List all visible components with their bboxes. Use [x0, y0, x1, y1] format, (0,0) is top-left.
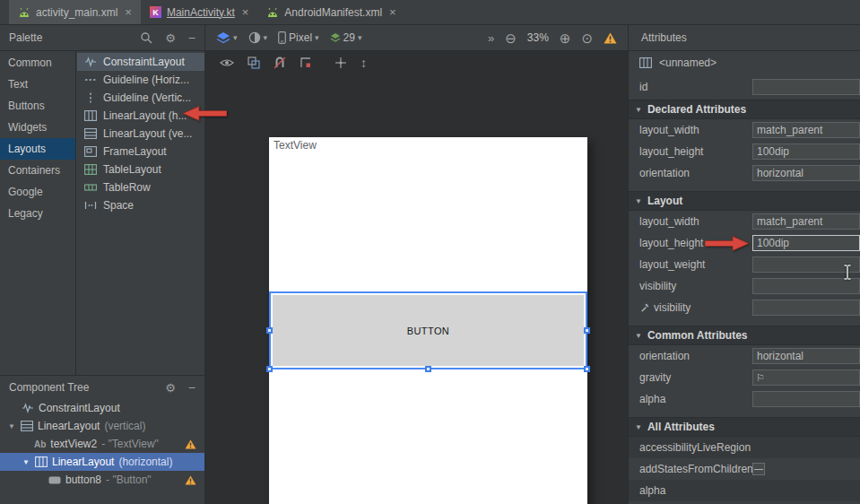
- theme-button[interactable]: ▾: [248, 31, 268, 44]
- close-icon[interactable]: ×: [242, 6, 249, 18]
- linearlayout-vertical-icon: [84, 128, 97, 139]
- default-margins-icon[interactable]: [300, 56, 312, 69]
- orientation-input[interactable]: [752, 348, 860, 364]
- section-all-attributes[interactable]: ▼ All Attributes: [629, 417, 860, 437]
- kotlin-file-icon: K: [150, 6, 161, 18]
- tree-node-linearlayout-vertical[interactable]: ▼ LinearLayout (vertical): [0, 417, 204, 435]
- search-icon[interactable]: [140, 31, 152, 44]
- resize-handle-bottom[interactable]: [425, 366, 431, 372]
- layout-width-input[interactable]: [752, 213, 860, 230]
- resize-handle-bottom-right[interactable]: [584, 366, 590, 372]
- view-options-eye-icon[interactable]: [220, 57, 234, 68]
- tab-mainactivity-kt[interactable]: K MainActivity.kt ×: [141, 0, 257, 24]
- android-studio-window: activity_main.xml × K MainActivity.kt × …: [0, 0, 860, 504]
- gravity-input[interactable]: ⚐: [752, 369, 860, 386]
- close-icon[interactable]: ×: [125, 6, 132, 18]
- palette-item-tablelayout[interactable]: TableLayout: [77, 161, 204, 178]
- autoconnect-off-magnet-icon[interactable]: [274, 56, 286, 69]
- canvas-textview[interactable]: TextView: [274, 139, 317, 152]
- linearlayout-horizontal-icon: [84, 110, 97, 121]
- constraintlayout-icon: [22, 403, 34, 413]
- palette-category-google[interactable]: Google: [0, 181, 75, 203]
- attribute-row[interactable]: accessibilityLiveRegion: [629, 437, 860, 458]
- collapse-icon: ▼: [635, 106, 642, 114]
- selected-linearlayout[interactable]: BUTTON: [269, 291, 587, 369]
- attribute-row: alpha: [629, 388, 860, 410]
- tab-label: AndroidManifest.xml: [284, 6, 382, 19]
- device-selector[interactable]: Pixel ▾: [278, 31, 319, 44]
- tab-activity-main-xml[interactable]: activity_main.xml ×: [9, 0, 141, 24]
- palette-component-list: ConstraintLayout Guideline (Horiz... Gui…: [77, 51, 204, 375]
- expand-arrow-icon[interactable]: ▼: [22, 458, 30, 466]
- chevron-down-icon: ▾: [233, 33, 238, 42]
- section-common-attributes[interactable]: ▼ Common Attributes: [629, 326, 860, 345]
- layout-height-input[interactable]: [752, 235, 860, 251]
- resize-handle-bottom-left[interactable]: [266, 366, 273, 372]
- design-surface-mode-button[interactable]: ▾: [216, 31, 238, 44]
- attribute-row[interactable]: alpha: [629, 480, 860, 501]
- palette-item-space[interactable]: Space: [77, 196, 204, 214]
- palette-panel: Common Text Buttons Widgets Layouts Cont…: [0, 51, 204, 375]
- zoom-to-fit-button[interactable]: ⊙: [581, 31, 593, 45]
- phone-icon: [278, 31, 286, 44]
- orientation-input[interactable]: [752, 165, 860, 181]
- canvas-button[interactable]: BUTTON: [273, 295, 584, 366]
- tree-node-button8[interactable]: button8 - "Button": [0, 471, 204, 489]
- expand-arrow-icon[interactable]: ▼: [7, 422, 16, 430]
- warnings-button[interactable]: [604, 32, 617, 44]
- pan-icon[interactable]: [334, 56, 347, 69]
- visibility-input[interactable]: [752, 278, 860, 294]
- collapse-icon: ▼: [635, 332, 642, 340]
- resize-handle-left[interactable]: [266, 327, 273, 334]
- palette-item-framelayout[interactable]: FrameLayout: [77, 143, 204, 161]
- hide-panel-icon[interactable]: −: [188, 380, 195, 395]
- palette-category-text[interactable]: Text: [0, 74, 75, 95]
- palette-category-common[interactable]: Common: [0, 52, 75, 74]
- tree-node-constraintlayout[interactable]: ConstraintLayout: [0, 399, 204, 417]
- section-gap: [629, 318, 860, 326]
- palette-category-containers[interactable]: Containers: [0, 160, 75, 181]
- palette-category-buttons[interactable]: Buttons: [0, 95, 75, 117]
- zoom-in-button[interactable]: ⊕: [560, 31, 571, 45]
- id-input[interactable]: [752, 79, 860, 95]
- layout-height-input[interactable]: [752, 143, 860, 160]
- palette-title: Palette: [9, 31, 127, 44]
- tree-node-textview2[interactable]: Ab textView2 - "TextView": [0, 435, 204, 453]
- blueprint-mode-icon[interactable]: [248, 56, 260, 69]
- zoom-out-button[interactable]: ⊖: [505, 31, 517, 45]
- palette-category-layouts[interactable]: Layouts: [0, 138, 75, 160]
- editor-tab-bar: activity_main.xml × K MainActivity.kt × …: [0, 0, 860, 25]
- api-level-selector[interactable]: 29 ▾: [330, 31, 362, 44]
- tools-visibility-input[interactable]: [752, 300, 860, 316]
- section-layout[interactable]: ▼ Layout: [629, 191, 860, 211]
- attribute-row: layout_height: [629, 141, 860, 162]
- palette-item-constraintlayout[interactable]: ConstraintLayout: [77, 53, 204, 71]
- section-declared-attributes[interactable]: ▼ Declared Attributes: [629, 100, 860, 119]
- palette-item-linearlayout-vertical[interactable]: LinearLayout (ve...: [77, 125, 204, 143]
- attribute-row-addstates[interactable]: addStatesFromChildren —: [629, 458, 860, 480]
- alpha-input[interactable]: [752, 391, 860, 407]
- palette-item-guideline-vertical[interactable]: Guideline (Vertic...: [77, 89, 204, 107]
- expand-vertical-icon[interactable]: ↕: [361, 56, 367, 70]
- canvas-attributes-divider[interactable]: [628, 25, 629, 504]
- linearlayout-vertical-icon: [21, 421, 33, 431]
- gear-icon[interactable]: ⚙: [165, 381, 176, 395]
- attribute-row: layout_width: [629, 211, 860, 232]
- device-screen[interactable]: TextView BUTTON: [269, 137, 587, 504]
- warning-icon: [185, 439, 196, 449]
- palette-item-guideline-horizontal[interactable]: Guideline (Horiz...: [77, 71, 204, 89]
- close-icon[interactable]: ×: [389, 6, 396, 18]
- tab-androidmanifest-xml[interactable]: AndroidManifest.xml ×: [257, 0, 404, 24]
- palette-category-widgets[interactable]: Widgets: [0, 117, 75, 138]
- palette-item-tablerow[interactable]: TableRow: [77, 178, 204, 196]
- tree-node-linearlayout-horizontal[interactable]: ▼ LinearLayout (horizontal): [0, 453, 204, 471]
- hide-panel-icon[interactable]: −: [188, 30, 195, 45]
- layout-width-input[interactable]: [752, 122, 860, 138]
- toolbar-overflow-button[interactable]: »: [488, 31, 494, 45]
- palette-canvas-divider[interactable]: [204, 25, 205, 504]
- palette-category-legacy[interactable]: Legacy: [0, 203, 75, 224]
- resize-handle-right[interactable]: [584, 327, 590, 334]
- attributes-title: Attributes: [641, 31, 687, 44]
- gear-icon[interactable]: ⚙: [165, 31, 176, 45]
- indeterminate-checkbox[interactable]: —: [752, 463, 765, 475]
